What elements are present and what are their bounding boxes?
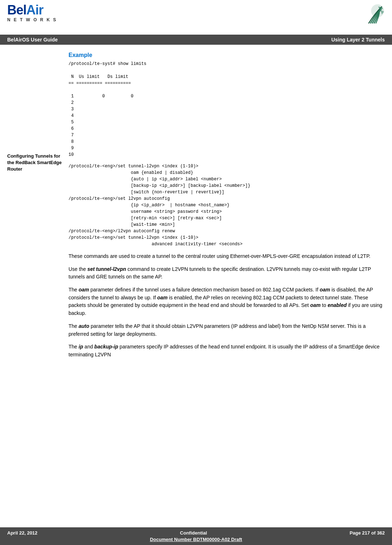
paragraph-2: Use the set tunnel-l2vpn command to crea… — [69, 265, 385, 281]
footer-doc: Document Number BDTM00000-A02 Draft — [150, 537, 242, 542]
code-block-1: /protocol/te-syst# show limits N Us limi… — [69, 61, 385, 158]
header-logo-icon — [356, 4, 385, 30]
sidebar: Configuring Tunnels for the RedBack Smar… — [7, 52, 65, 364]
code-block-2: /protocol/te-<eng>/set tunnel-l2vpn <ind… — [69, 163, 385, 247]
page-footer: April 22, 2012 Confidential Page 217 of … — [0, 527, 392, 545]
footer-date: April 22, 2012 — [7, 530, 38, 536]
content-area: Example /protocol/te-syst# show limits N… — [65, 52, 385, 364]
nav-bar: BelAirOS User Guide Using Layer 2 Tunnel… — [0, 35, 392, 45]
footer-page: Page 217 of 362 — [349, 530, 385, 536]
main-content: Configuring Tunnels for the RedBack Smar… — [0, 45, 392, 371]
example-heading: Example — [69, 52, 385, 58]
paragraph-5: The ip and backup-ip parameters specify … — [69, 343, 385, 359]
logo-area: BelAir N E T W O R K S — [7, 4, 57, 22]
sidebar-heading: Configuring Tunnels for the RedBack Smar… — [7, 153, 65, 173]
footer-bottom: Document Number BDTM00000-A02 Draft — [7, 536, 385, 542]
belair-logo: BelAir — [7, 4, 57, 17]
page-header: BelAir N E T W O R K S — [0, 0, 392, 32]
footer-top: April 22, 2012 Confidential Page 217 of … — [7, 530, 385, 536]
paragraph-1: These commands are used to create a tunn… — [69, 252, 385, 260]
nav-title-left: BelAirOS User Guide — [7, 37, 58, 43]
paragraph-3: The oam parameter defines if the tunnel … — [69, 286, 385, 317]
footer-confidential: Confidential — [180, 530, 207, 536]
nav-title-right: Using Layer 2 Tunnels — [331, 37, 385, 43]
paragraph-4: The auto parameter tells the AP that it … — [69, 322, 385, 338]
networks-label: N E T W O R K S — [7, 17, 57, 22]
